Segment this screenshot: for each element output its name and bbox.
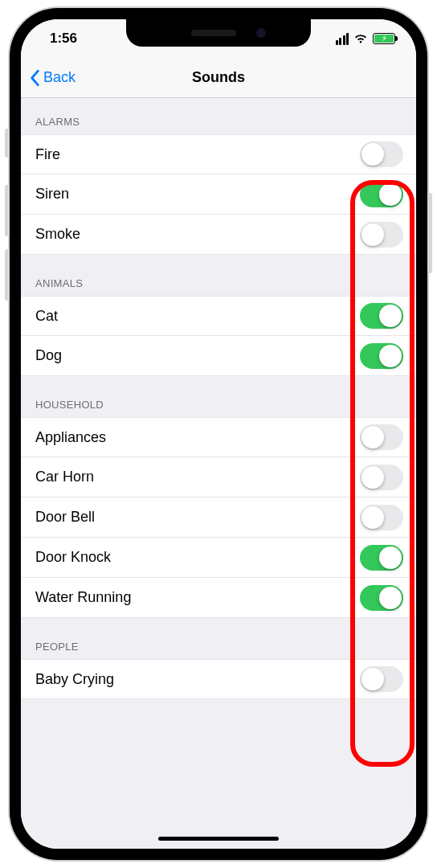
chevron-left-icon [29, 69, 40, 87]
section-header-animals: Animals [21, 255, 416, 296]
toggle-smoke[interactable] [360, 222, 403, 248]
toggle-door-knock[interactable] [360, 545, 403, 571]
home-indicator[interactable] [158, 837, 279, 841]
nav-bar: Back Sounds [21, 58, 416, 98]
page-title: Sounds [21, 69, 416, 86]
sound-row-water-running[interactable]: Water Running [21, 578, 416, 618]
wifi-icon [353, 33, 368, 44]
row-label: Car Horn [35, 469, 94, 485]
toggle-door-bell[interactable] [360, 505, 403, 530]
section-header-people: People [21, 618, 416, 659]
sound-row-door-bell[interactable]: Door Bell [21, 497, 416, 538]
sound-row-dog[interactable]: Dog [21, 336, 416, 376]
row-label: Siren [35, 186, 69, 203]
row-label: Door Bell [35, 509, 95, 526]
side-button [5, 249, 10, 301]
row-label: Cat [35, 308, 58, 325]
phone-frame: 1:56 ⚡︎ Back Sounds [10, 8, 427, 860]
notch [126, 19, 311, 47]
row-label: Dog [35, 347, 62, 364]
screen: 1:56 ⚡︎ Back Sounds [21, 19, 416, 849]
row-label: Baby Crying [35, 671, 114, 688]
row-label: Smoke [35, 226, 80, 243]
sound-row-baby-crying[interactable]: Baby Crying [21, 659, 416, 699]
toggle-dog[interactable] [360, 343, 403, 369]
sound-row-smoke[interactable]: Smoke [21, 215, 416, 255]
sound-row-cat[interactable]: Cat [21, 296, 416, 336]
section-header-household: Household [21, 376, 416, 417]
toggle-fire[interactable] [360, 141, 403, 167]
sound-row-appliances[interactable]: Appliances [21, 417, 416, 457]
settings-list[interactable]: Alarms Fire Siren Smoke Animals Cat Dog [21, 98, 416, 849]
toggle-baby-crying[interactable] [360, 666, 403, 692]
side-button [5, 185, 10, 236]
toggle-cat[interactable] [360, 303, 403, 329]
row-label: Appliances [35, 429, 106, 446]
row-label: Water Running [35, 589, 131, 606]
sound-row-fire[interactable]: Fire [21, 134, 416, 174]
row-label: Door Knock [35, 549, 111, 566]
cellular-icon [336, 33, 349, 45]
toggle-appliances[interactable] [360, 424, 403, 450]
toggle-water-running[interactable] [360, 585, 403, 611]
row-label: Fire [35, 146, 60, 163]
sound-row-siren[interactable]: Siren [21, 174, 416, 215]
sound-row-car-horn[interactable]: Car Horn [21, 457, 416, 497]
battery-icon: ⚡︎ [373, 33, 395, 44]
back-button[interactable]: Back [21, 69, 76, 87]
toggle-car-horn[interactable] [360, 465, 403, 490]
section-header-alarms: Alarms [21, 98, 416, 134]
sound-row-door-knock[interactable]: Door Knock [21, 538, 416, 578]
side-button [427, 193, 432, 273]
toggle-siren[interactable] [360, 182, 403, 207]
status-time: 1:56 [50, 31, 77, 47]
back-label: Back [43, 69, 76, 86]
side-button [5, 129, 10, 158]
